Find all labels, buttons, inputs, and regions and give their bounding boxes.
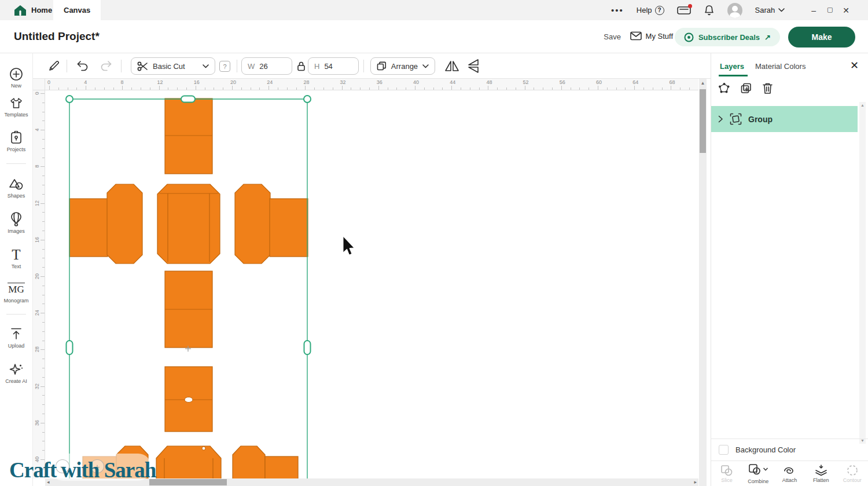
caret-down-icon — [763, 467, 768, 471]
panel-scrollbar[interactable]: ▲ ▼ — [859, 102, 866, 444]
vertical-ruler: 0481216202428323640 — [33, 90, 45, 478]
vertical-scroll-thumb[interactable] — [700, 89, 706, 153]
shapes-icon — [9, 177, 24, 191]
ruler-corner — [33, 79, 45, 90]
envelope-icon — [630, 31, 642, 41]
help-question-icon: ? — [655, 6, 664, 15]
user-name: Sarah — [755, 6, 775, 14]
contour-button[interactable]: Contour — [838, 465, 867, 483]
notifications-bell-button[interactable] — [704, 5, 715, 16]
divider — [121, 60, 122, 72]
contour-icon — [846, 465, 859, 476]
divider — [237, 60, 237, 72]
my-stuff-button[interactable]: My Stuff — [630, 31, 673, 41]
sidebar-item-create-ai[interactable]: Create AI — [0, 363, 32, 384]
machine-status-button[interactable] — [677, 5, 691, 16]
divider — [6, 163, 26, 164]
make-button[interactable]: Make — [788, 27, 855, 47]
group-icon — [730, 113, 742, 125]
undo-button[interactable] — [76, 60, 90, 72]
sidebar-item-templates[interactable]: Templates — [0, 96, 32, 118]
sidebar-item-shapes[interactable]: Shapes — [0, 177, 32, 199]
paperclip-icon — [782, 465, 796, 476]
arrange-layers-icon — [377, 61, 387, 71]
background-color-swatch[interactable] — [719, 445, 729, 455]
height-field[interactable]: H 54 — [308, 57, 359, 75]
chevron-down-icon — [778, 8, 785, 12]
edit-toolbar: Basic Cut ? W 26 H 54 Arrange — [33, 53, 711, 79]
panel-scroll-up-arrow[interactable]: ▲ — [859, 103, 866, 107]
vertical-scrollbar[interactable]: ▲ — [699, 79, 707, 486]
linetype-value: Basic Cut — [153, 62, 185, 71]
ungroup-button[interactable] — [718, 82, 730, 94]
lock-ratio-button[interactable] — [297, 61, 306, 71]
scroll-right-arrow[interactable]: ▸ — [694, 478, 697, 486]
expand-chevron-icon[interactable] — [718, 115, 723, 123]
combine-button[interactable]: Combine — [744, 463, 773, 484]
tab-canvas-label: Canvas — [64, 6, 90, 14]
window-close-button[interactable]: ✕ — [838, 6, 854, 15]
notification-dot — [688, 4, 692, 8]
ai-sparkle-icon — [9, 363, 24, 377]
arrange-select[interactable]: Arrange — [370, 57, 435, 75]
background-color-row[interactable]: Background Color — [711, 439, 868, 461]
attach-button[interactable]: Attach — [775, 465, 804, 483]
flip-horizontal-button[interactable] — [444, 59, 459, 73]
save-button[interactable]: Save — [604, 32, 621, 41]
linetype-select[interactable]: Basic Cut — [131, 57, 215, 75]
clipboard-icon — [10, 131, 23, 145]
sidebar-item-upload[interactable]: Upload — [0, 327, 32, 349]
duplicate-button[interactable] — [740, 82, 752, 94]
left-toolbar: New Templates Projects Shapes Images T T… — [0, 53, 33, 486]
my-stuff-label: My Stuff — [646, 32, 673, 41]
user-menu[interactable]: Sarah — [755, 6, 785, 14]
layers-panel: Layers Material Colors ✕ Group ▲ ▼ Back — [711, 53, 868, 486]
flatten-button[interactable]: Flatten — [807, 465, 836, 483]
help-label: Help — [637, 6, 652, 14]
delete-button[interactable] — [762, 82, 773, 94]
project-title: Untitled Project* — [14, 30, 100, 43]
upload-arrow-icon — [9, 327, 23, 341]
sidebar-item-monogram[interactable]: MG Monogram — [0, 283, 32, 304]
overflow-menu-button[interactable]: ••• — [611, 5, 624, 15]
project-header: Untitled Project* Save My Stuff Subscrib… — [0, 20, 868, 53]
horizontal-scroll-thumb[interactable] — [149, 479, 227, 485]
tab-layers[interactable]: Layers — [720, 62, 744, 71]
watermark-text: Craft with Sarah — [9, 458, 156, 483]
tab-canvas[interactable]: Canvas — [53, 0, 101, 20]
height-value: 54 — [324, 62, 332, 71]
external-arrow-icon: ↗ — [764, 33, 771, 42]
flip-vertical-button[interactable] — [466, 59, 481, 73]
tab-material-colors[interactable]: Material Colors — [755, 62, 806, 71]
cricut-design-space-app: Home Canvas ••• Help ? Sarah — [0, 0, 868, 486]
panel-action-bar: Slice Combine Attach Flatten Contour — [711, 461, 868, 486]
design-canvas[interactable] — [33, 79, 711, 486]
width-value: 26 — [259, 62, 267, 71]
edit-pencil-button[interactable] — [47, 59, 61, 73]
height-label: H — [314, 62, 319, 71]
width-field[interactable]: W 26 — [241, 57, 292, 75]
sidebar-item-text[interactable]: T Text — [0, 248, 32, 269]
layer-row-group[interactable]: Group — [711, 106, 858, 132]
scroll-up-arrow[interactable]: ▲ — [699, 81, 707, 86]
redo-button[interactable] — [99, 60, 113, 72]
sidebar-item-new[interactable]: New — [0, 67, 32, 89]
window-titlebar: Home Canvas ••• Help ? Sarah — [0, 0, 868, 20]
access-logo-icon — [684, 32, 694, 42]
subscriber-deals-button[interactable]: Subscriber Deals ↗ — [675, 28, 780, 46]
window-minimize-button[interactable]: – — [806, 6, 822, 15]
user-avatar[interactable] — [727, 3, 742, 18]
sidebar-item-projects[interactable]: Projects — [0, 131, 32, 152]
monogram-icon: MG — [8, 283, 25, 296]
slice-button[interactable]: Slice — [712, 465, 741, 483]
divider — [363, 60, 364, 72]
hot-air-balloon-icon — [10, 212, 23, 226]
help-button[interactable]: Help ? — [637, 6, 664, 15]
chevron-down-icon — [203, 64, 209, 68]
topbar-right-cluster: ••• Help ? Sarah – ▢ ✕ — [611, 0, 854, 20]
linetype-help-button[interactable]: ? — [219, 61, 230, 72]
window-maximize-button[interactable]: ▢ — [822, 6, 838, 15]
new-plus-icon — [9, 67, 23, 81]
panel-close-icon[interactable]: ✕ — [850, 59, 859, 72]
sidebar-item-images[interactable]: Images — [0, 212, 32, 234]
